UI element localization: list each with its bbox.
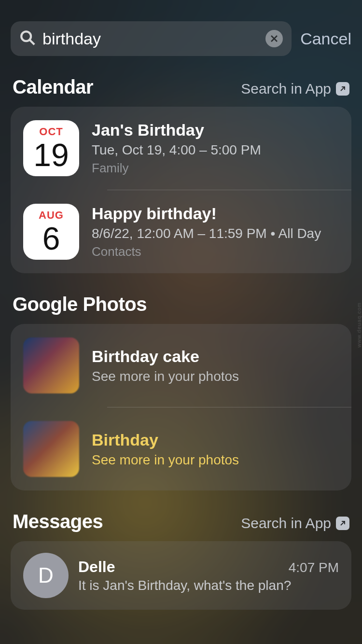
search-in-app-label: Search in App [241, 515, 331, 532]
clear-search-button[interactable] [265, 30, 283, 47]
search-icon [19, 29, 36, 48]
calendar-month: AUG [39, 209, 64, 222]
svg-line-5 [341, 521, 345, 525]
section-title: Messages [13, 511, 103, 532]
calendar-date-icon: OCT 19 [23, 120, 79, 176]
search-in-app-label: Search in App [241, 81, 331, 97]
section-header-calendar: Calendar Search in App [11, 76, 351, 107]
photos-results-card: Birthday cake See more in your photos Bi… [11, 324, 351, 490]
calendar-month: OCT [39, 126, 63, 138]
result-subtitle: Tue, Oct 19, 4:00 – 5:00 PM [92, 142, 339, 158]
section-header-messages: Messages Search in App [11, 511, 351, 541]
calendar-result-row[interactable]: AUG 6 Happy birthday! 8/6/22, 12:00 AM –… [11, 190, 351, 273]
search-in-app-calendar[interactable]: Search in App [241, 81, 349, 97]
photo-result-row[interactable]: Birthday cake See more in your photos [11, 324, 351, 407]
open-app-icon [336, 517, 349, 530]
result-meta: Family [92, 161, 339, 176]
message-time: 4:07 PM [289, 560, 339, 575]
svg-line-1 [30, 40, 34, 44]
search-field[interactable] [11, 21, 292, 56]
result-title: Birthday cake [92, 347, 339, 366]
result-meta: Contacts [92, 244, 339, 259]
result-subtitle: See more in your photos [92, 369, 339, 384]
photo-thumbnail [23, 421, 79, 477]
result-text: Birthday cake See more in your photos [92, 347, 339, 384]
section-header-google-photos: Google Photos [11, 294, 351, 324]
search-bar-row: Cancel [11, 0, 351, 56]
calendar-results-card: OCT 19 Jan's Birthday Tue, Oct 19, 4:00 … [11, 107, 351, 273]
result-title: Happy birthday! [92, 204, 339, 223]
section-google-photos: Google Photos Birthday cake See more in … [11, 294, 351, 490]
calendar-date-icon: AUG 6 [23, 204, 79, 260]
messages-results-card: D Delle 4:07 PM It is Jan's Birthday, wh… [11, 541, 351, 610]
photo-result-row[interactable]: Birthday See more in your photos [11, 407, 351, 490]
result-text: Jan's Birthday Tue, Oct 19, 4:00 – 5:00 … [92, 121, 339, 176]
open-app-icon [336, 82, 349, 96]
result-subtitle: 8/6/22, 12:00 AM – 11:59 PM • All Day [92, 226, 339, 241]
section-title: Google Photos [13, 294, 147, 315]
result-title: Jan's Birthday [92, 121, 339, 140]
section-messages: Messages Search in App D Delle 4:07 PM [11, 511, 351, 610]
calendar-day: 19 [33, 139, 69, 171]
result-text: Delle 4:07 PM It is Jan's Birthday, what… [78, 558, 339, 593]
calendar-day: 6 [42, 223, 60, 254]
result-subtitle: See more in your photos [92, 452, 339, 468]
cancel-button[interactable]: Cancel [300, 29, 351, 48]
section-calendar: Calendar Search in App OCT 19 Jan's Birt… [11, 76, 351, 273]
svg-line-4 [341, 87, 345, 91]
result-title: Birthday [92, 431, 339, 449]
search-input[interactable] [42, 29, 259, 48]
search-in-app-messages[interactable]: Search in App [241, 515, 349, 532]
result-text: Birthday See more in your photos [92, 431, 339, 468]
photo-thumbnail [23, 337, 79, 393]
svg-point-0 [21, 31, 31, 41]
calendar-result-row[interactable]: OCT 19 Jan's Birthday Tue, Oct 19, 4:00 … [11, 107, 351, 190]
watermark: www.deuaq.com [356, 302, 362, 348]
contact-avatar: D [23, 553, 69, 598]
avatar-initial: D [38, 563, 54, 588]
message-result-row[interactable]: D Delle 4:07 PM It is Jan's Birthday, wh… [11, 541, 351, 610]
section-title: Calendar [13, 76, 93, 98]
message-preview: It is Jan's Birthday, what's the plan? [78, 578, 339, 593]
result-text: Happy birthday! 8/6/22, 12:00 AM – 11:59… [92, 204, 339, 259]
contact-name: Delle [78, 558, 115, 576]
